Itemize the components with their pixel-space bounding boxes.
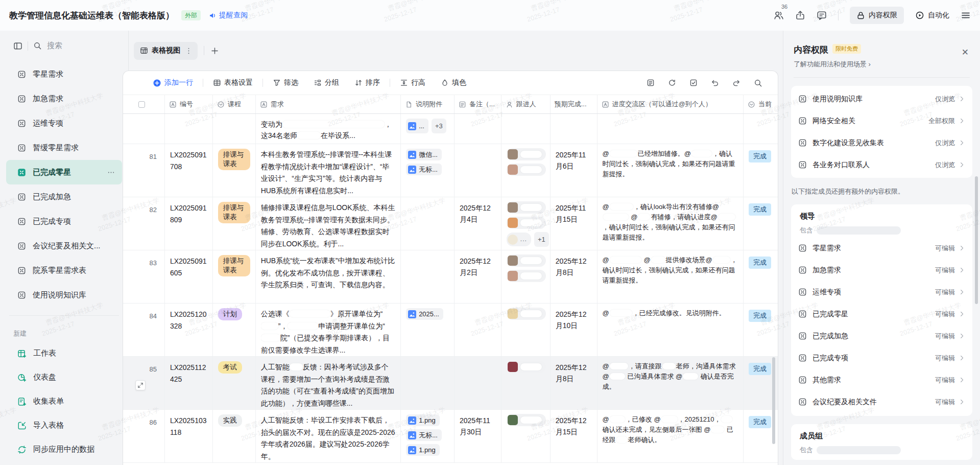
- sidebar-item-7[interactable]: 会议纪要及相关文...: [6, 234, 122, 258]
- cell-attachments[interactable]: [401, 357, 455, 409]
- cell-progress[interactable]: @，已经完成修改。见说明附件。: [597, 304, 744, 356]
- cell-code[interactable]: LX2025091708: [165, 144, 213, 197]
- more-icon[interactable]: [107, 169, 115, 176]
- cell-demand[interactable]: HUB系统“统一发布课表”中增加发布统计比例。优化发布不成功信息，按开课课程、学…: [256, 250, 401, 303]
- attachment-chip[interactable]: 无标...: [406, 429, 442, 441]
- attachment-chip[interactable]: 2025...: [406, 308, 443, 320]
- toolbar-group-button[interactable]: 分组: [314, 78, 339, 87]
- cell-demand[interactable]: 人工智能反馈：因补考考试涉及多个课程，需要增加一个查询补考成绩是否激活的功能（可…: [256, 357, 401, 409]
- table-row-84[interactable]: 84 LX2025120328 计划 公选课《》原开课单位为“”，申请调整开课单…: [123, 304, 778, 357]
- table-row-86[interactable]: 86 LX2025103118 实践 人工智能反馈：毕设工作安排表下载后，抬头的…: [123, 410, 778, 463]
- panel-scrollbar[interactable]: [975, 176, 978, 304]
- cell-note[interactable]: [455, 114, 501, 144]
- follower-chip[interactable]: [507, 308, 546, 320]
- cell-course[interactable]: 排课与课表: [213, 144, 256, 197]
- group0-item-3[interactable]: 已完成零星 可编辑: [798, 303, 965, 325]
- cell-followers[interactable]: [501, 250, 551, 303]
- cell-course[interactable]: 考试: [213, 357, 256, 409]
- cell-due-date[interactable]: 2025年11月15日: [551, 197, 597, 250]
- cell-progress[interactable]: @已经增加辅修。@，确认时间过长，强制确认完成，如果还有问题请重新提报。: [597, 144, 744, 197]
- cell-status[interactable]: 完成: [744, 197, 778, 250]
- follower-chip[interactable]: [507, 270, 546, 282]
- cell-code[interactable]: LX2025091605: [165, 250, 213, 303]
- attachment-chip[interactable]: 1.png: [406, 444, 440, 456]
- cell-demand[interactable]: 变动为，这34名老师在毕设系...: [256, 114, 401, 144]
- follower-chip[interactable]: [507, 201, 546, 214]
- sidebar-new-0[interactable]: 工作表: [0, 341, 128, 365]
- follower-chip[interactable]: ...: [507, 232, 531, 246]
- cell-demand[interactable]: 公选课《》原开课单位为“”，申请调整开课单位为“院”（已提交春季学期排课表），目…: [256, 304, 401, 356]
- tab-grid-view[interactable]: 表格视图: [134, 42, 198, 60]
- group0-item-7[interactable]: 会议纪要及相关文件 可编辑: [798, 391, 965, 413]
- sidebar-new-2[interactable]: 收集表单: [0, 389, 128, 413]
- permission-help-link[interactable]: 了解功能用法和使用场景 ›: [794, 60, 970, 69]
- cell-status[interactable]: [744, 114, 778, 144]
- cell-progress[interactable]: @，已修改 @，20251210，确认还未完成，见左侧最后一张图 @ 已经跟老师…: [597, 410, 744, 462]
- cell-course[interactable]: 排课与课表: [213, 250, 256, 303]
- tab-more-icon[interactable]: [185, 47, 193, 55]
- group0-item-2[interactable]: 运维专项 可编辑: [798, 281, 965, 303]
- shared-item-0[interactable]: 使用说明知识库 仅浏览: [798, 88, 965, 110]
- attachment-chip[interactable]: ...: [406, 119, 428, 133]
- sidebar-item-3[interactable]: 暂缓零星需求: [6, 135, 122, 160]
- cell-note[interactable]: 2025年11月30日: [455, 410, 501, 462]
- add-view-icon[interactable]: [210, 46, 219, 55]
- attachment-chip[interactable]: 1.png: [406, 414, 440, 426]
- table-row-82[interactable]: 82 LX2025091809 排课与课表 辅修排课及课程信息与LOOK系统、本…: [123, 197, 778, 250]
- remind-read-button[interactable]: 提醒查阅: [209, 11, 248, 20]
- cell-followers[interactable]: [501, 114, 551, 144]
- cell-due-date[interactable]: 2025年12月8日: [551, 250, 597, 303]
- cell-attachments[interactable]: ...+3: [401, 114, 455, 144]
- search-icon[interactable]: [754, 79, 762, 87]
- close-icon[interactable]: ✕: [962, 48, 969, 57]
- table-scrollbar[interactable]: [772, 357, 775, 444]
- cell-note[interactable]: [455, 357, 501, 409]
- panel-toggle-icon[interactable]: [13, 41, 22, 51]
- cell-progress[interactable]: @，请直接跟老师，沟通具体需求 @ 已沟通具体需求 @ 确认是否完成。: [597, 357, 744, 409]
- toolbar-sort-button[interactable]: 排序: [354, 78, 380, 87]
- cell-demand[interactable]: 本科生教务管理系统--排课管理--本科生课程教学情况统计表中增加“课程设计”、“…: [256, 144, 401, 197]
- follower-chip[interactable]: [507, 164, 546, 176]
- group0-item-4[interactable]: 已完成加急 可编辑: [798, 325, 965, 347]
- content-permission-button[interactable]: 内容权限: [850, 7, 904, 24]
- sidebar-item-5[interactable]: 已完成加急: [6, 184, 122, 209]
- sidebar-item-8[interactable]: 院系零星需求表: [6, 258, 122, 283]
- cell-course[interactable]: 计划: [213, 304, 256, 356]
- search-icon[interactable]: [33, 41, 42, 50]
- cell-status[interactable]: 完成: [744, 144, 778, 197]
- sidebar-item-0[interactable]: 零星需求: [6, 62, 122, 86]
- share-icon[interactable]: [795, 10, 805, 20]
- attachment-chip[interactable]: 无标...: [406, 164, 442, 175]
- cell-followers[interactable]: [501, 304, 551, 356]
- sidebar-item-9[interactable]: 使用说明知识库: [6, 283, 122, 307]
- cell-code[interactable]: LX2025091809: [165, 197, 213, 250]
- automation-button[interactable]: 自动化: [915, 11, 949, 20]
- cell-followers[interactable]: ...+1: [501, 197, 551, 250]
- table-row-85[interactable]: 85 LX2025112425 考试 人工智能反馈：因补考考试涉及多个课程，需要…: [123, 357, 778, 410]
- column-header-7[interactable]: 预期完成...: [551, 95, 597, 113]
- sidebar-item-2[interactable]: 运维专项: [6, 111, 122, 135]
- cell-due-date[interactable]: 2025年12月8日: [551, 357, 597, 409]
- group0-item-1[interactable]: 加急需求 可编辑: [798, 259, 965, 281]
- cell-due-date[interactable]: 2025年12月10日: [551, 304, 597, 356]
- shared-item-1[interactable]: 网络安全相关 全部权限: [798, 110, 965, 132]
- column-header-9[interactable]: 当前: [744, 95, 778, 113]
- column-header-5[interactable]: 备注（...: [455, 95, 501, 113]
- cell-followers[interactable]: [501, 144, 551, 197]
- cell-attachments[interactable]: 微信...无标...: [401, 144, 455, 197]
- attachment-more-badge[interactable]: +3: [432, 119, 446, 133]
- cell-demand[interactable]: 人工智能反馈：毕设工作安排表下载后，抬头的届次不对。现在的应该是2025-202…: [256, 410, 401, 462]
- cell-demand[interactable]: 辅修排课及课程信息与LOOK系统、本科生教务管理系统--排课管理有关数据未同步。…: [256, 197, 401, 250]
- column-header-8[interactable]: 进度交流区（可以通过@到个人）: [597, 95, 744, 113]
- cell-progress[interactable]: [597, 114, 744, 144]
- cell-progress[interactable]: @ @提供修改场景@，确认时间过长，强制确认完成，如果还有问题请重新提报。: [597, 250, 744, 303]
- add-row-button[interactable]: 添加一行: [153, 78, 193, 87]
- redo-icon[interactable]: [732, 79, 740, 87]
- cell-status[interactable]: 完成: [744, 304, 778, 356]
- cell-attachments[interactable]: 1.png无标...1.png: [401, 410, 455, 462]
- cell-due-date[interactable]: [551, 114, 597, 144]
- sidebar-new-4[interactable]: 同步应用中的数据: [0, 437, 128, 461]
- cell-course[interactable]: 实践: [213, 410, 256, 462]
- cell-note[interactable]: 2025年12月4日: [455, 197, 501, 250]
- cell-course[interactable]: 排课与课表: [213, 197, 256, 250]
